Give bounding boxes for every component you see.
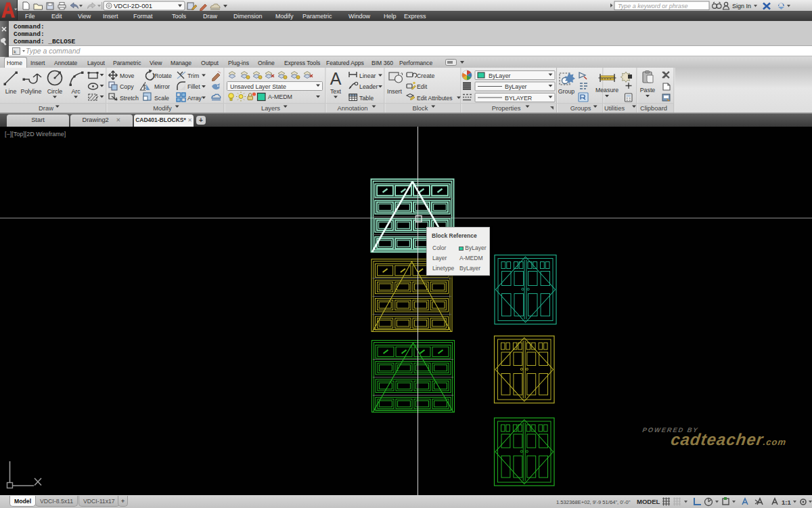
- svg-text:Type a keyword or phrase: Type a keyword or phrase: [618, 3, 687, 9]
- svg-text:Edit: Edit: [417, 83, 428, 90]
- svg-text:Stretch: Stretch: [120, 95, 139, 102]
- svg-text:Paste: Paste: [640, 87, 656, 93]
- svg-text:Groups: Groups: [570, 104, 591, 112]
- svg-text:Leader: Leader: [359, 83, 378, 90]
- svg-text:Create: Create: [417, 72, 435, 79]
- svg-text:Mirror: Mirror: [154, 83, 170, 90]
- svg-text:Fillet: Fillet: [187, 83, 200, 90]
- svg-text:Block: Block: [413, 104, 428, 112]
- svg-text:Table: Table: [359, 95, 374, 102]
- svg-text:BYLAYER: BYLAYER: [505, 95, 532, 102]
- svg-text:Circle: Circle: [47, 88, 63, 95]
- svg-text:Edit Attributes: Edit Attributes: [417, 95, 452, 102]
- svg-text:Arc: Arc: [71, 88, 81, 95]
- svg-text:Trim: Trim: [187, 72, 199, 79]
- svg-text:A: A: [330, 69, 342, 88]
- svg-text:Properties: Properties: [492, 104, 521, 112]
- svg-text:ByLayer: ByLayer: [489, 72, 511, 79]
- svg-text:A-MEDM: A-MEDM: [268, 93, 292, 100]
- svg-text:Measure: Measure: [595, 87, 618, 93]
- svg-text:Move: Move: [120, 72, 135, 79]
- svg-text:Annotation: Annotation: [338, 104, 368, 112]
- svg-text:Text: Text: [330, 88, 342, 95]
- svg-text:VDCI-2D-001: VDCI-2D-001: [114, 2, 152, 9]
- svg-text:Layers: Layers: [261, 104, 280, 112]
- svg-text:Utilities: Utilities: [604, 104, 625, 112]
- svg-text:Clipboard: Clipboard: [640, 104, 667, 112]
- svg-text:Copy: Copy: [120, 83, 134, 90]
- svg-text:Group: Group: [558, 88, 575, 95]
- svg-text:ByLayer: ByLayer: [505, 83, 527, 90]
- svg-text:Rotate: Rotate: [154, 72, 172, 79]
- svg-text:1:1: 1:1: [782, 499, 791, 506]
- svg-text:Line: Line: [5, 88, 17, 95]
- svg-text:Draw: Draw: [39, 104, 53, 112]
- svg-text:Sign In: Sign In: [732, 3, 751, 9]
- svg-text:Scale: Scale: [154, 95, 169, 102]
- svg-text:Array: Array: [187, 95, 202, 102]
- svg-text:Unsaved Layer State: Unsaved Layer State: [230, 83, 286, 90]
- svg-text:Modify: Modify: [153, 104, 172, 112]
- svg-text:Linear: Linear: [359, 72, 376, 79]
- svg-text:Insert: Insert: [387, 88, 403, 95]
- svg-text:Polyline: Polyline: [21, 88, 42, 95]
